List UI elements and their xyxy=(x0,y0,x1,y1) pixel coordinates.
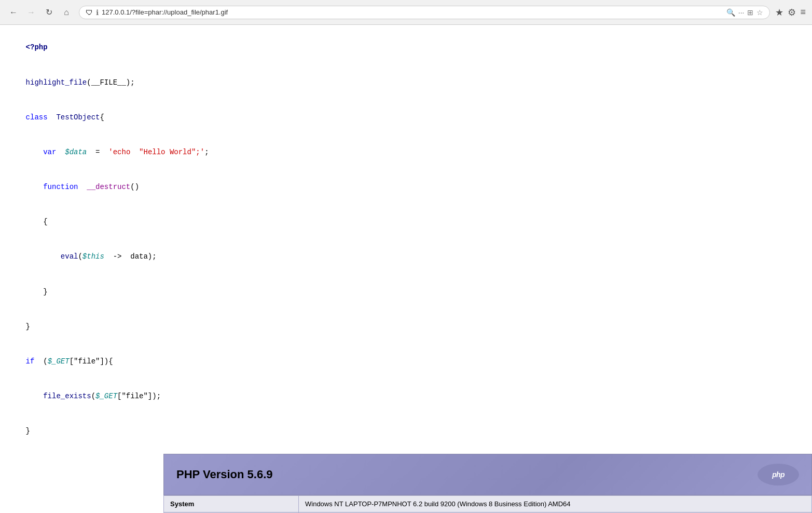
code-line-8: } xyxy=(8,274,804,309)
phpinfo-header: PHP Version 5.6.9 php xyxy=(163,454,812,495)
code-line-3: class TestObject{ xyxy=(8,100,804,134)
toolbar-icons: ★ ⚙ ≡ xyxy=(775,7,806,18)
browser-chrome: ← → ↻ ⌂ 🛡 ℹ 127.0.0.1/?file=phar://uploa… xyxy=(0,0,812,25)
bookmark-icon[interactable]: ☆ xyxy=(756,8,763,17)
search-icon: 🔍 xyxy=(726,8,735,17)
home-button[interactable]: ⌂ xyxy=(59,5,74,20)
table-row: SystemWindows NT LAPTOP-P7MPNHOT 6.2 bui… xyxy=(164,496,812,512)
phpinfo-panel: PHP Version 5.6.9 php SystemWindows NT L… xyxy=(163,454,812,513)
menu-icon[interactable]: ≡ xyxy=(800,7,806,18)
code-line-2: highlight_file(__FILE__); xyxy=(8,65,804,100)
address-bar-icons: 🔍 ··· ⊞ ☆ xyxy=(726,8,764,17)
code-area: <?php highlight_file(__FILE__); class Te… xyxy=(0,25,812,454)
code-line-6: { xyxy=(8,205,804,239)
address-text: 127.0.0.1/?file=phar://upload_file/phar1… xyxy=(102,8,723,16)
code-line-4: var $data = 'echo "Hello World";'; xyxy=(8,135,804,170)
code-line-10: if ($_GET["file"]){ xyxy=(8,344,804,379)
code-line-11: file_exists($_GET["file"]); xyxy=(8,379,804,414)
code-line-12: } xyxy=(8,414,804,449)
info-icon: ℹ xyxy=(96,8,99,17)
table-value: Windows NT LAPTOP-P7MPNHOT 6.2 build 920… xyxy=(299,496,812,512)
code-line-5: function __destruct() xyxy=(8,170,804,205)
shield-icon: 🛡 xyxy=(86,8,93,17)
extensions-icon: ⊞ xyxy=(747,8,753,17)
bookmarks-toolbar-icon[interactable]: ★ xyxy=(775,7,783,18)
phpinfo-table: SystemWindows NT LAPTOP-P7MPNHOT 6.2 bui… xyxy=(163,495,812,513)
php-version-title: PHP Version 5.6.9 xyxy=(176,468,272,481)
php-logo: php xyxy=(758,464,799,485)
settings-icon[interactable]: ⚙ xyxy=(788,7,796,18)
code-line-9: } xyxy=(8,309,804,344)
forward-button[interactable]: → xyxy=(24,5,38,20)
code-line-7: eval($this -> data); xyxy=(8,239,804,274)
svg-text:php: php xyxy=(772,470,785,479)
back-button[interactable]: ← xyxy=(6,5,21,20)
code-line-1: <?php xyxy=(8,30,804,65)
more-dots-icon: ··· xyxy=(738,8,745,17)
address-bar[interactable]: 🛡 ℹ 127.0.0.1/?file=phar://upload_file/p… xyxy=(79,6,770,19)
nav-buttons: ← → ↻ ⌂ xyxy=(6,5,74,20)
refresh-button[interactable]: ↻ xyxy=(42,5,56,20)
table-key: System xyxy=(164,496,299,512)
